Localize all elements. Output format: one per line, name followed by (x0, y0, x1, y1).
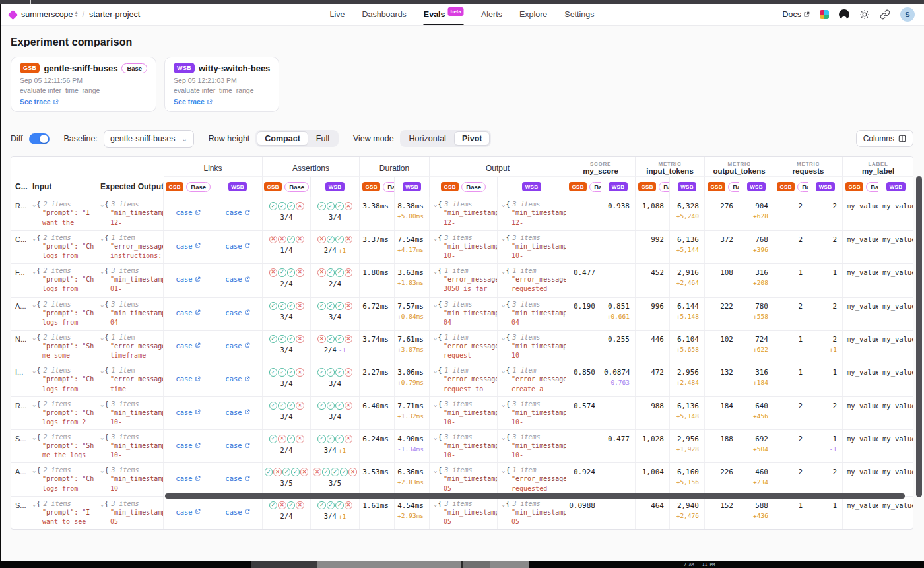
case-link[interactable]: case (225, 408, 249, 416)
experiment-card-wsb[interactable]: WSB witty-switch-bees Sep 05 12:21:03 PM… (164, 57, 279, 112)
input-json-cell[interactable]: ⌄{2 items"prompt": "Chlogs from (28, 463, 96, 495)
input-json-cell[interactable]: ⌄{2 items"prompt": "Chlogs from (28, 231, 96, 263)
case-link[interactable]: case (176, 208, 200, 216)
assertion-pass-icon: ✓ (278, 402, 286, 410)
output-json-cell-wsb[interactable]: ⌄{3 items"min_timestamp10- (498, 231, 566, 263)
input-tokens-cell-wsb: 6,104+5,658 (670, 331, 705, 363)
output-json-cell-wsb[interactable]: ⌄{3 items"min_timestamp10- (498, 430, 566, 462)
output-json-cell-gsb[interactable]: ⌄{1 item"error_messagerequest (430, 331, 498, 363)
view-mode-pivot[interactable]: Pivot (454, 131, 490, 146)
case-link[interactable]: case (176, 309, 200, 317)
case-link[interactable]: case (176, 508, 200, 516)
output-json-cell-gsb[interactable]: ⌄{3 items"min_timestamp05- (430, 463, 498, 495)
expected-output-json-cell[interactable]: ⌄{3 items"min_timestamp10- (96, 463, 164, 495)
case-link[interactable]: case (176, 275, 200, 283)
output-json-cell-gsb[interactable]: ⌄{1 item"error_message3050 is far (430, 264, 498, 296)
expected-output-json-cell[interactable]: ⌄{3 items"min_timestamp10- (96, 397, 164, 429)
input-json-cell[interactable]: ⌄{2 items"prompt": "Iwant to see (28, 497, 96, 529)
case-link[interactable]: case (176, 375, 200, 383)
project-name[interactable]: starter-project (89, 10, 140, 19)
expected-output-json-cell[interactable]: ⌄{3 items"min_timestamp12- (96, 197, 164, 230)
input-json-cell[interactable]: ⌄{2 items"prompt": "Chlogs from (28, 264, 96, 296)
output-json-cell-gsb[interactable]: ⌄{1 item"error_messagerequest to (430, 363, 498, 396)
assertion-fail-icon: ✕ (348, 468, 357, 476)
case-link[interactable]: case (225, 208, 249, 216)
case-link[interactable]: case (225, 342, 249, 350)
experiment-card-gsb[interactable]: GSB gentle-sniff-buses Base Sep 05 12:11… (11, 57, 156, 112)
baseline-select[interactable]: gentle-sniff-buses ⌄ (104, 130, 194, 148)
case-cell: S... (11, 497, 28, 529)
row-height-full[interactable]: Full (308, 131, 337, 146)
row-height-compact[interactable]: Compact (257, 131, 308, 146)
duration-cell-gsb: 1.61ms (360, 497, 395, 529)
table-row: N...⌄{2 items"prompt": "Shme some⌄{1 ite… (11, 331, 913, 363)
assertion-fail-icon: ✕ (269, 268, 278, 277)
case-cell: F... (11, 264, 28, 296)
case-link[interactable]: case (176, 242, 200, 250)
case-link[interactable]: case (176, 408, 200, 416)
diff-toggle[interactable] (29, 133, 50, 144)
expected-output-json-cell[interactable]: ⌄{3 items"min_timestamp01- (96, 264, 164, 296)
tab-alerts[interactable]: Alerts (481, 4, 502, 25)
subheader-req-wsb: WSB (808, 177, 843, 197)
github-icon[interactable] (839, 9, 849, 20)
output-json-cell-wsb[interactable]: ⌄{3 items"min_timestamp10- (498, 331, 566, 363)
output-json-cell-wsb[interactable]: ⌄{3 items"min_timestamp04- (498, 298, 566, 330)
output-json-cell-wsb[interactable]: ⌄{3 items"min_timestamp05- (498, 497, 566, 529)
slack-icon[interactable] (820, 10, 829, 19)
theme-sun-icon[interactable] (859, 9, 870, 20)
expected-output-json-cell[interactable]: ⌄{3 items"min_timestamp04- (96, 298, 164, 330)
case-link[interactable]: case (225, 474, 249, 482)
case-link-cell-gsb: case (164, 430, 213, 462)
user-avatar[interactable]: S (900, 7, 915, 22)
output-json-cell-gsb[interactable]: ⌄{3 items"min_timestamp10- (430, 397, 498, 429)
view-mode-horizontal[interactable]: Horizontal (401, 131, 454, 146)
docs-link[interactable]: Docs (783, 10, 810, 19)
case-link[interactable]: case (225, 441, 249, 449)
expected-output-json-cell[interactable]: ⌄{1 item"error_messagetime (96, 363, 164, 396)
score-cell-wsb: 0.938 (601, 197, 636, 230)
group-header-links: Links (164, 157, 263, 177)
input-json-cell[interactable]: ⌄{2 items"prompt": "Chlogs from 2 (28, 397, 96, 429)
see-trace-link[interactable]: See trace (20, 98, 147, 106)
case-link[interactable]: case (176, 342, 200, 350)
output-json-cell-wsb[interactable]: ⌄{1 item"error_messagerequested (498, 264, 566, 296)
output-json-cell-gsb[interactable]: ⌄{3 items"min_timestamp04- (430, 298, 498, 330)
case-link[interactable]: case (225, 309, 249, 317)
columns-button[interactable]: Columns (856, 130, 913, 147)
output-json-cell-gsb[interactable]: ⌄{3 items"min_timestamp05- (430, 497, 498, 529)
output-json-cell-gsb[interactable]: ⌄{3 items"min_timestamp12- (430, 197, 498, 230)
case-link[interactable]: case (225, 242, 249, 250)
output-json-cell-gsb[interactable]: ⌄{3 items"min_timestamp10- (430, 430, 498, 462)
expected-output-json-cell[interactable]: ⌄{3 items"min_timestamp05- (96, 497, 164, 529)
tab-explore[interactable]: Explore (519, 4, 547, 25)
input-json-cell[interactable]: ⌄{2 items"prompt": "Chlogs from (28, 363, 96, 396)
input-json-cell[interactable]: ⌄{2 items"prompt": "Shme the logs (28, 430, 96, 462)
output-json-cell-wsb[interactable]: ⌄{3 items"min_timestamp10- (498, 397, 566, 429)
output-json-cell-wsb[interactable]: ⌄{1 item"error_messagecreate a (498, 363, 566, 396)
tab-evals[interactable]: Evalsbeta (424, 4, 464, 25)
output-json-cell-wsb[interactable]: ⌄{3 items"min_timestamp12- (498, 197, 566, 230)
case-link[interactable]: case (176, 441, 200, 449)
case-link[interactable]: case (225, 375, 249, 383)
case-link[interactable]: case (176, 474, 200, 482)
expected-output-json-cell[interactable]: ⌄{1 item"error_messagetimeframe (96, 331, 164, 363)
score-cell-gsb (566, 331, 601, 363)
case-link[interactable]: case (225, 275, 249, 283)
output-json-cell-gsb[interactable]: ⌄{3 items"min_timestamp10- (430, 231, 498, 263)
case-link[interactable]: case (225, 508, 249, 516)
input-json-cell[interactable]: ⌄{2 items"prompt": "Iwant the (28, 197, 96, 230)
expected-output-json-cell[interactable]: ⌄{1 item"error_messageinstructions: (96, 231, 164, 263)
output-json-cell-wsb[interactable]: ⌄{1 item"error_messagerequested (498, 463, 566, 495)
share-link-icon[interactable] (880, 9, 890, 20)
org-selector[interactable]: summerscope ▴▾ (21, 10, 78, 19)
tab-dashboards[interactable]: Dashboards (362, 4, 406, 25)
horizontal-scrollbar[interactable] (165, 493, 905, 499)
vertical-scrollbar[interactable] (916, 176, 922, 497)
input-json-cell[interactable]: ⌄{2 items"prompt": "Chlogs from (28, 298, 96, 330)
see-trace-link[interactable]: See trace (174, 98, 270, 106)
input-json-cell[interactable]: ⌄{2 items"prompt": "Shme some (28, 331, 96, 363)
expected-output-json-cell[interactable]: ⌄{3 items"min_timestamp10- (96, 430, 164, 462)
tab-settings[interactable]: Settings (564, 4, 594, 25)
tab-live[interactable]: Live (330, 4, 345, 25)
